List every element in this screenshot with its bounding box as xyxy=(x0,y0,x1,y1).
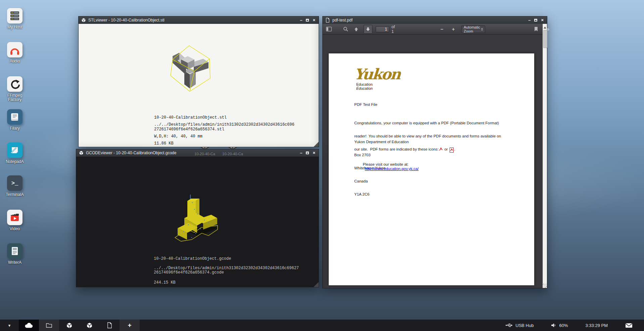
taskbar-menu-chevron[interactable]: ▾ xyxy=(0,323,19,328)
stl-file-label: 10-20-40-Ca xyxy=(190,152,220,156)
pdf-file-icon xyxy=(107,322,112,328)
yukon-logo-wordmark: Yukon xyxy=(354,68,401,81)
logo-subtitle-en: Education xyxy=(356,82,400,86)
taskbar-cloud-button[interactable] xyxy=(19,320,39,331)
book-icon xyxy=(7,109,22,125)
scroll-up-arrow-icon[interactable] xyxy=(544,25,546,29)
desktop-icon-label: TerminalA xyxy=(2,193,28,197)
clock: 3:33:29 PM xyxy=(577,323,617,328)
close-button[interactable]: × xyxy=(313,18,315,22)
notifications-button[interactable] xyxy=(616,323,644,328)
paragraph-line1: Congratulations, your computer is equipp… xyxy=(354,121,515,125)
close-button[interactable]: × xyxy=(313,151,315,155)
gcode-filesize: 244.15 KB xyxy=(154,281,299,285)
resize-grip[interactable] xyxy=(314,142,319,147)
desktop-icon-notepada[interactable]: NotepadA xyxy=(2,142,28,164)
maximize-button[interactable] xyxy=(306,19,309,22)
yukon-logo: Yukon Education Éducation xyxy=(354,68,400,90)
server-icon xyxy=(7,8,22,24)
pdf-form-icon xyxy=(450,148,454,153)
gcode-path-line2: 26174696f6e4f626a656374.gcode xyxy=(154,271,299,275)
taskbar-stlviewer-button[interactable] xyxy=(59,320,79,331)
zoom-out-button[interactable]: − xyxy=(438,25,446,33)
website-line: Please visit our website at: http://www.… xyxy=(354,158,419,175)
zoom-in-button[interactable]: + xyxy=(449,25,457,33)
resize-grip[interactable] xyxy=(314,282,319,287)
stl-viewport[interactable]: 10-20-40-CalibrationObject.stl ../../Des… xyxy=(79,24,319,147)
desktop-icon-filary[interactable]: Filary xyxy=(2,109,28,131)
taskbar-pdf-button[interactable] xyxy=(99,320,120,331)
desktop-icon-terminala[interactable]: >_ TerminalA xyxy=(2,175,28,197)
usb-label: USB Hub xyxy=(515,323,534,328)
desktop-icon-label: Filary xyxy=(2,126,28,131)
search-button[interactable] xyxy=(341,25,350,33)
cube-icon xyxy=(86,322,93,329)
logo-subtitle-fr: Éducation xyxy=(356,86,400,90)
usb-status[interactable]: USB Hub xyxy=(497,323,542,328)
minimize-button[interactable]: – xyxy=(300,18,302,22)
address-line: Canada xyxy=(354,179,409,183)
address-line: Yukon Department of Education xyxy=(354,140,409,144)
desktop-icon-writera[interactable]: WriterA xyxy=(2,243,28,265)
website-link[interactable]: http://www.education.gov.yk.ca/ xyxy=(365,167,419,171)
speaker-icon xyxy=(551,323,556,328)
maximize-button[interactable] xyxy=(534,19,537,22)
zoom-select[interactable]: Automatic Zoom xyxy=(461,26,485,33)
stl-filename: 10-20-40-CalibrationObject.stl xyxy=(154,115,294,120)
desktop-icon-video[interactable]: Video xyxy=(2,210,28,231)
page-number-input[interactable] xyxy=(376,26,389,32)
desktop-icon-label: My Host xyxy=(2,25,28,30)
taskbar-new-button[interactable]: + xyxy=(120,320,140,331)
notepad-icon xyxy=(7,142,22,158)
page-count-label: of 1 xyxy=(392,25,395,34)
zoom-select-value: Automatic Zoom xyxy=(464,25,481,33)
acrobat-icon xyxy=(439,147,443,152)
desktop-icon-audio[interactable]: Audio xyxy=(2,42,28,64)
pdf-titlebar[interactable]: pdf-test.pdf – × xyxy=(323,16,547,24)
desktop-icon-label: Video xyxy=(2,227,28,231)
taskbar-gcodeviewer-button[interactable] xyxy=(79,320,99,331)
cube-icon xyxy=(66,322,73,329)
next-page-button[interactable] xyxy=(364,25,372,34)
resize-grip[interactable] xyxy=(543,284,547,288)
gcode-3d-render xyxy=(168,192,229,246)
desktop-icon-label: WriterA xyxy=(2,260,28,265)
stl-filesize: 11.86 KB xyxy=(154,141,294,146)
headphones-icon xyxy=(7,42,22,57)
terminal-icon: >_ xyxy=(7,175,22,191)
desktop-icon-label: FFmpeg Factory xyxy=(2,93,28,102)
pdf-toolbar: of 1 − + Automatic Zoom » xyxy=(323,24,543,35)
plus-icon: + xyxy=(128,322,131,329)
close-button[interactable]: × xyxy=(541,18,544,22)
minimize-button[interactable]: – xyxy=(300,151,302,155)
scrollbar-thumb[interactable] xyxy=(543,30,547,48)
folder-icon xyxy=(46,323,52,328)
gcode-viewport[interactable]: 10-20-40-CalibrationObject.gcode ../../D… xyxy=(76,157,319,287)
bookmark-button[interactable] xyxy=(532,25,540,33)
minimize-button[interactable]: – xyxy=(528,18,531,22)
video-icon xyxy=(7,210,22,225)
address-line: Y1A 2C6 xyxy=(354,192,409,197)
taskbar-files-button[interactable] xyxy=(39,320,59,331)
pdf-scrollbar[interactable] xyxy=(543,24,547,288)
recycle-arrows-icon xyxy=(7,76,22,92)
usb-icon xyxy=(505,323,513,328)
cube-icon xyxy=(81,18,86,23)
window-title: pdf-test.pdf xyxy=(332,18,526,23)
previous-page-button[interactable] xyxy=(352,25,360,33)
cloud-icon xyxy=(25,322,33,328)
window-title: STLviewer - 10-20-40-CalibrationObject.s… xyxy=(88,18,297,23)
sidebar-toggle-button[interactable] xyxy=(325,25,333,33)
gcodeviewer-window: GCODEviewer - 10-20-40-CalibrationObject… xyxy=(76,149,319,287)
address-line: Box 2703 xyxy=(354,153,409,157)
volume-label: 60% xyxy=(559,323,568,328)
cube-icon xyxy=(79,151,84,155)
maximize-button[interactable] xyxy=(306,152,309,154)
desktop-icon-my-host[interactable]: My Host xyxy=(2,8,28,30)
desktop-icon-ffmpeg-factory[interactable]: FFmpeg Factory xyxy=(2,76,28,102)
updown-arrows-icon xyxy=(481,27,483,31)
stlviewer-titlebar[interactable]: STLviewer - 10-20-40-CalibrationObject.s… xyxy=(79,16,319,24)
stlviewer-window: STLviewer - 10-20-40-CalibrationObject.s… xyxy=(78,16,319,147)
pdf-file-icon xyxy=(325,18,330,23)
volume-status[interactable]: 60% xyxy=(542,323,577,328)
